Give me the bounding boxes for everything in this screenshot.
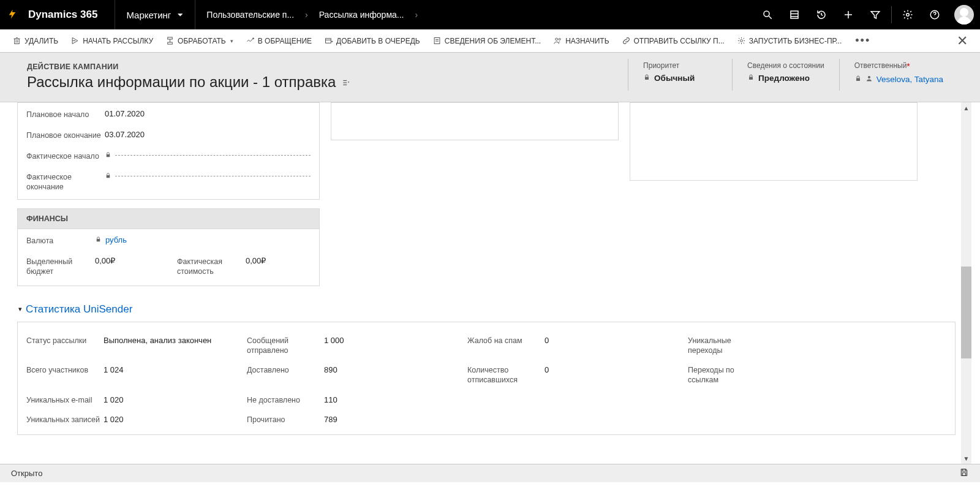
help-icon[interactable] [921, 0, 948, 29]
finance-card: Валюта рубль Выделенный бюджет 0,00₽ Фак… [17, 229, 320, 286]
svg-rect-31 [344, 82, 347, 83]
scroll-thumb[interactable] [961, 267, 971, 358]
stat-status[interactable]: Статус рассылкиВыполнена, анализ законче… [18, 336, 238, 356]
filter-icon[interactable] [862, 0, 889, 29]
planned-start-value: 01.07.2020 [105, 109, 145, 118]
svg-rect-38 [107, 154, 110, 157]
assign-button[interactable]: НАЗНАЧИТЬ [548, 29, 614, 52]
owner-value[interactable]: Veselova, Tatyana [876, 75, 943, 84]
top-navbar: Dynamics 365 Маркетинг ⏷ Пользовательски… [0, 0, 980, 29]
actual-end-field[interactable]: Фактическое окончание [18, 165, 319, 199]
item-details-button[interactable]: СВЕДЕНИЯ ОБ ЭЛЕМЕНТ... [428, 29, 546, 52]
lock-icon [105, 172, 111, 181]
module-label: Маркетинг [126, 10, 171, 20]
user-icon [865, 75, 873, 84]
close-button[interactable]: ✕ [952, 33, 973, 49]
stat-unique-email[interactable]: Уникальных e-mail1 020 [18, 395, 238, 405]
svg-rect-17 [168, 42, 173, 44]
overflow-menu-button[interactable]: ••• [849, 34, 876, 47]
header-field-owner[interactable]: Ответственный* Veselova, Tatyana [839, 59, 958, 91]
start-campaign-button[interactable]: НАЧАТЬ РАССЫЛКУ [66, 29, 158, 52]
header-field-priority[interactable]: Приоритет Обычный [628, 59, 732, 91]
lock-icon [105, 151, 111, 160]
planned-end-label: Плановое окончание [26, 130, 105, 141]
actual-start-field[interactable]: Фактическое начало [18, 145, 319, 165]
svg-rect-34 [645, 77, 649, 80]
start-label: НАЧАТЬ РАССЫЛКУ [83, 37, 153, 45]
convert-case-button[interactable]: В ОБРАЩЕНИЕ [241, 29, 317, 52]
user-avatar[interactable] [954, 5, 974, 25]
svg-rect-32 [344, 85, 347, 85]
svg-rect-41 [962, 469, 965, 471]
stat-not-delivered[interactable]: Не доставлено110 [238, 395, 459, 405]
send-link-button[interactable]: ОТПРАВИТЬ ССЫЛКУ П... [617, 29, 729, 52]
svg-rect-30 [344, 80, 347, 81]
currency-label: Валюта [26, 235, 95, 246]
task-list-icon[interactable] [781, 0, 808, 29]
lock-icon [747, 74, 755, 83]
svg-rect-16 [168, 37, 173, 39]
svg-point-19 [252, 38, 254, 39]
lock-icon [643, 74, 650, 83]
stat-delivered[interactable]: Доставлено890 [238, 365, 459, 385]
actual-cost-field[interactable]: Фактическая стоимость 0,00₽ [168, 250, 319, 279]
entity-type-label: ДЕЙСТВИЕ КАМПАНИИ [22, 59, 628, 72]
case-label: В ОБРАЩЕНИЕ [258, 37, 312, 45]
record-state: Открыто [11, 469, 42, 478]
svg-rect-11 [15, 39, 20, 44]
caret-down-icon: ▾ [18, 305, 22, 313]
planned-end-field[interactable]: Плановое окончание 03.07.2020 [18, 124, 319, 145]
finance-section-header[interactable]: ФИНАНСЫ [17, 208, 320, 229]
budget-field[interactable]: Выделенный бюджет 0,00₽ [18, 250, 168, 279]
actual-cost-value: 0,00₽ [246, 256, 266, 265]
stat-link-clicks[interactable]: Переходы по ссылкам [679, 365, 912, 385]
app-logo-icon [0, 6, 24, 25]
lock-icon [95, 235, 102, 244]
stat-total[interactable]: Всего участников1 024 [18, 365, 238, 385]
stat-unsub[interactable]: Количество отписавшихся0 [459, 365, 679, 385]
right-card [630, 102, 918, 181]
breadcrumb-item-2[interactable]: Рассылка информа... [308, 10, 415, 20]
gear-icon[interactable] [894, 0, 921, 29]
run-workflow-button[interactable]: ЗАПУСТИТЬ БИЗНЕС-ПР... [732, 29, 847, 52]
save-icon[interactable] [959, 467, 969, 479]
svg-point-37 [868, 76, 870, 78]
svg-rect-36 [856, 78, 860, 81]
scroll-up-icon[interactable]: ▲ [961, 102, 971, 113]
lock-icon [854, 75, 862, 84]
actual-cost-label: Фактическая стоимость [177, 256, 246, 276]
process-label: ОБРАБОТАТЬ [178, 37, 226, 45]
search-icon[interactable] [754, 0, 781, 29]
svg-rect-20 [326, 39, 331, 44]
stat-read[interactable]: Прочитано789 [238, 415, 459, 425]
new-icon[interactable] [835, 0, 862, 29]
view-selector-icon[interactable] [342, 74, 350, 91]
svg-point-0 [764, 11, 769, 17]
planned-start-label: Плановое начало [26, 109, 105, 120]
budget-value: 0,00₽ [95, 256, 115, 265]
breadcrumb: Пользовательские п... › Рассылка информа… [195, 0, 418, 29]
empty-value-indicator [115, 176, 311, 176]
currency-field[interactable]: Валюта рубль [18, 229, 319, 250]
stat-sent[interactable]: Сообщений отправлено1 000 [238, 336, 459, 356]
delete-label: УДАЛИТЬ [24, 37, 58, 45]
stat-unique-rec[interactable]: Уникальных записей1 020 [18, 415, 238, 425]
vertical-scrollbar[interactable]: ▲ ▼ [961, 102, 971, 464]
svg-point-8 [907, 13, 910, 17]
stat-unique-clicks[interactable]: Уникальные переходы [679, 336, 912, 356]
module-selector[interactable]: Маркетинг ⏷ [115, 0, 195, 29]
form-body: Плановое начало 01.07.2020 Плановое окон… [0, 102, 980, 482]
add-queue-button[interactable]: ДОБАВИТЬ В ОЧЕРЕДЬ [319, 29, 425, 52]
stat-spam[interactable]: Жалоб на спам0 [459, 336, 679, 356]
breadcrumb-item-1[interactable]: Пользовательские п... [195, 10, 305, 20]
scroll-down-icon[interactable]: ▼ [961, 453, 971, 464]
planned-start-field[interactable]: Плановое начало 01.07.2020 [18, 103, 319, 124]
process-button[interactable]: ОБРАБОТАТЬ ▾ [160, 29, 238, 52]
header-field-status[interactable]: Сведения о состоянии Предложено [732, 59, 839, 91]
stats-section-header[interactable]: ▾ Статистика UniSender [18, 303, 956, 316]
currency-value[interactable]: рубль [105, 235, 127, 244]
stats-title: Статистика UniSender [26, 303, 132, 316]
delete-button[interactable]: УДАЛИТЬ [7, 29, 63, 52]
history-icon[interactable] [808, 0, 835, 29]
chevron-down-icon: ⏷ [177, 11, 184, 18]
